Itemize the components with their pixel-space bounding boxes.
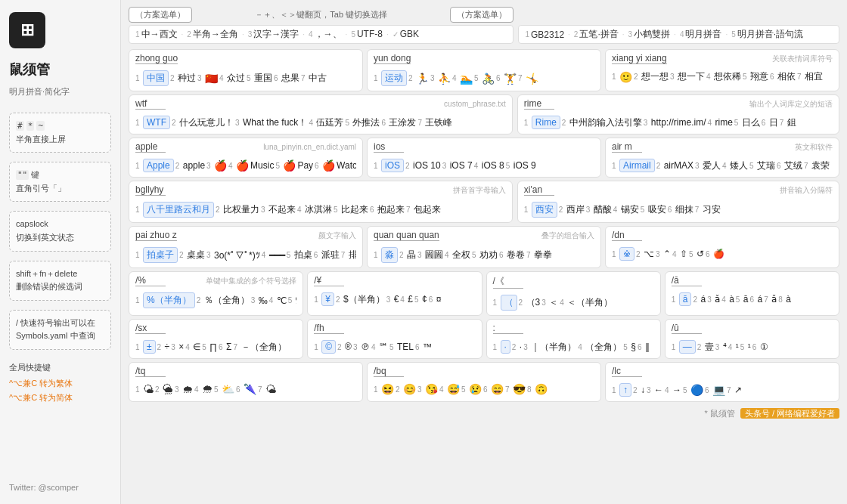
cand-item: 6① [752,342,768,352]
cand-item: 5iOS 9 [506,160,536,171]
cand-item: 3What the fuck！ [235,116,307,129]
cand-item: 7袁荣 [804,159,830,172]
label-rime: 输出个人词库定义的短语 [749,99,833,110]
cand-item: 5🔵 [683,384,703,396]
cands-ios: 1iOS 2iOS 10 3iOS 7 4iOS 8 5iOS 9 [374,159,594,172]
panel-apple: apple luna_pinyin.cn_en.dict.yaml 1Apple… [129,138,363,178]
cand-item: 6🌂 [236,383,256,395]
cand-item: 5🍎Pay [275,159,313,172]
cand-item: 4£ [400,294,413,305]
input-fh: /fh [314,323,344,334]
cand-item: 1iOS [374,159,404,172]
cands-colon: 1· 2· 3｜（半角） 4（全角） 5§ 6‖ [493,340,654,354]
cand-item: 7王铁峰 [417,116,452,129]
scheme-cand-5: 5UTF-8 [351,29,383,39]
cand-item: 1八千里路云和月 [135,202,214,218]
panel-xiang-yi-xiang-header: xiang yi xiang 关联表情词库符号 [612,53,833,67]
cand-item: 8🙃 [527,383,548,395]
cand-item: 1%（半角） [135,292,195,308]
sidebar-hint-quote: "" 键直角引号「」 [16,169,104,195]
sidebar-hint-capslock: capslock切换到英文状态 [16,218,104,244]
cand-item: 2iOS 10 [405,160,441,171]
input-lc: /lc [612,366,642,377]
input-bq: /bq [374,366,404,377]
cand-item: 1· [493,340,510,354]
cands-air-m: 1Airmail 2airMAX 3爱人 4矮人 5艾瑞 6艾绒 7袁荣 [612,159,833,172]
input-xian: xi'an [524,184,554,196]
cand-item: 6卷卷 [499,249,525,261]
cand-item: 5翔意 [743,70,768,83]
cand-item: 5劝劝 [472,249,498,261]
main-wrapper: ⊞ 鼠须管 明月拼音·简化字 # * ~半角直接上屏 "" 键直角引号「」 ca… [0,0,847,504]
cand-item: 5😢 [461,383,482,395]
panel-yen: /¥ 1¥ 2$（半角） 3€ 4£ 5¢ 6¤ [307,271,482,316]
cand-item: 3醋酸 [586,203,612,216]
cand-item: 7🌤 [258,383,276,395]
cand-item: 2🏃 [408,73,429,85]
cand-item: 2$（半角） [336,293,385,306]
cand-item: 3＜ [541,296,558,309]
cands-xiang: 1🙂 2想一想 3想一下 4想依稀 5翔意 6相依 7相宜 [612,70,833,83]
cand-item: 2· [512,342,522,352]
scheme-selector-right[interactable]: （方案选单） [450,7,513,23]
watermark-prefix: * 鼠须管 [704,409,734,418]
cand-item: 7🤸 [518,73,538,85]
cands-apple: 1Apple 2apple 3🍎 4🍎Music 5🍎Pay 6🍎Watch [135,159,356,172]
label-xiang: 关联表情词库符号 [772,54,833,64]
hotkeys-item-traditional: ^⌥兼C 转为繁体 [9,376,111,391]
row-zhong-guo: zhong guo 1中国 2种过 3🇨🇳 4众过 5重国 6忠果 7中古 yu… [129,49,839,91]
panel-wtf-header: wtf custom_phrase.txt [135,98,506,113]
cand-item: 6派驻 [314,249,340,261]
sidebar-section-hash: # * ~半角直接上屏 [9,113,111,153]
scheme-selector-left[interactable]: （方案选单） [129,7,192,23]
panel-bgllyhy: bgllyhy 拼音首字母输入 1八千里路云和月 2比权量力 3不起来 4冰淇淋… [129,181,513,223]
scheme-left-label: （方案选单） [135,10,185,19]
cand-item: 4（全角） [578,341,622,354]
panel-yun-dong-header: yun dong [374,53,594,67]
label-xian: 拼音输入分隔符 [780,185,833,196]
sidebar-section-quote: "" 键直角引号「」 [9,162,111,202]
scheme-rcand-4: 4明月拼音 [680,28,722,41]
panel-wtf: wtf custom_phrase.txt 1WTF 2什么玩意儿！ 3What… [129,94,513,135]
scheme-candidates-left: 1中→西文 · 2半角→全角 · 3汉字→漢字 · 4，→、 · 5UTF-8 … [129,25,513,44]
scheme-rcand-5: 5明月拼音·語句流 [731,28,803,41]
cand-item: 3× [171,342,184,352]
cand-item: 4冰淇淋 [297,203,332,216]
cand-item: 1拍桌子 [135,247,178,263]
cand-item: 1↑ [612,383,631,397]
panel-zhong-guo: zhong guo 1中国 2种过 3🇨🇳 4众过 5重国 6忠果 7中古 [129,49,363,91]
cand-item: 3ǎ [707,294,720,305]
cand-item: 5TEL [389,342,414,352]
cand-item: 5∏ [202,342,217,352]
scheme-cand-6: ✓GBK [392,29,419,39]
cands-rime: 1Rime 2中州韵输入法引擎 3http://rime.im/ 4rime 5… [524,116,833,129]
input-apple: apple [135,141,166,153]
cand-item: 3圌圌 [417,249,443,261]
cand-item: 2西岸 [559,203,585,216]
watermark-row: * 鼠须管 头条号 / 网络编程爱好者 [129,408,839,419]
cand-item: 4→ [665,385,681,395]
input-dn: /dn [612,230,642,241]
cand-item: 3℗ [353,342,370,352]
cands-bracket: 1（ 2（3 3＜ 4＜（半角） [493,295,654,311]
sidebar-section-symbols: / 快速符号输出可以在Symbols.yaml 中查询 [9,310,111,350]
cand-item: 4iOS 8 [474,160,504,171]
panel-a-tone: /ā 1ā 2á 3ǎ 4à 5ā 6á 7ǎ 8à [665,271,839,316]
cand-item: 3｜（半角） [523,341,576,354]
app-name: 鼠须管 [9,60,111,79]
cand-item: 1± [135,340,156,354]
cand-item: 6🍎Watch [315,159,356,172]
cand-item: 2airMAX [656,160,693,171]
input-wtf: wtf [135,98,166,110]
cands-bq: 1😆 2😊 3😘 4😅 5😢 6😄 7😎 8🙃 [374,383,594,395]
cand-item: 4¹ [728,342,739,352]
cand-item: 2↓ [633,385,645,395]
cand-item: 1🙂 [612,71,632,83]
content-area: （方案选单） －＋、＜＞键翻页，Tab 键切换选择 （方案选单） 1中→西文 ·… [121,0,847,504]
cand-item: 4矮人 [722,159,748,172]
sidebar-hint-hash: # * ~半角直接上屏 [16,119,104,146]
row-tq: /tq 1🌤 2🌦 3🌧 4🌨 5⛅ 6🌂 7🌤 /bq 1😆 [129,362,839,402]
cand-item: 4rime [708,117,733,128]
panel-colon: : 1· 2· 3｜（半角） 4（全角） 5§ 6‖ [486,319,661,359]
cand-item: 6‖ [638,342,650,352]
